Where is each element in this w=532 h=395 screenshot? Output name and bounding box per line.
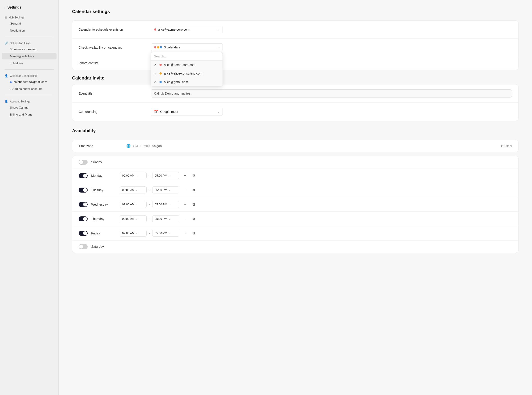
google-meet-icon: 📅 [154,110,158,114]
wednesday-row: Wednesday 09:00 AM ⌄ - 05:00 PM ⌄ + ⧉ [72,197,518,212]
tuesday-start-chevron: ⌄ [136,189,138,191]
thursday-add-button[interactable]: + [181,215,188,222]
tuesday-row: Tuesday 09:00 AM ⌄ - 05:00 PM ⌄ + ⧉ [72,183,518,197]
option-consulting[interactable]: ✓ alice@alice-consulting.com [151,69,223,78]
thursday-end-chevron: ⌄ [169,218,170,220]
conferencing-label: Conferencing [79,110,151,114]
calendar-connections-label: Calendar Connections [10,74,37,77]
sidebar-item-30min[interactable]: 30 minutes meeting [2,46,56,52]
check-gmail: ✓ [154,80,157,84]
timezone-time: 11:23am [500,144,512,148]
link-icon: 🔗 [5,41,8,45]
friday-dash: - [149,231,150,235]
calendar-icon: 👤 [5,74,8,77]
schedule-on-control: alice@acme-corp.com ⌄ [151,26,512,33]
thursday-start-chevron: ⌄ [136,218,138,220]
timezone-row: Time zone 🌐 GMT+07:00 Saigon 11:23am [72,140,518,152]
wednesday-copy-button[interactable]: ⧉ [191,201,197,208]
check-availability-row: Check availability on calendars 3 calend… [72,38,518,56]
tuesday-copy-button[interactable]: ⧉ [191,187,197,193]
tuesday-end-time[interactable]: 05:00 PM ⌄ [152,187,179,193]
wednesday-end-time[interactable]: 05:00 PM ⌄ [152,201,179,208]
monday-start-time[interactable]: 09:00 AM ⌄ [120,172,147,179]
event-title-row: Event title [72,84,518,103]
monday-label: Monday [91,174,116,177]
check-availability-dropdown[interactable]: 3 calendars ⌄ [151,44,223,51]
calendar-connections-section: 👤 Calendar Connections [0,72,58,78]
calendar-settings-title: Calendar settings [72,9,518,14]
sidebar-item-gmail[interactable]: G calhubdemo@gmail.com [2,79,56,85]
schedule-on-value: alice@acme-corp.com [158,28,189,31]
wednesday-toggle[interactable] [79,202,88,207]
conferencing-value: Google meet [160,110,178,114]
timezone-label: Time zone [79,144,124,148]
friday-add-button[interactable]: + [181,230,188,237]
availability-title: Availability [72,128,518,133]
add-link-button[interactable]: + Add link [2,60,56,66]
dot-acme [159,64,162,66]
conferencing-control: 📅 Google meet ⌄ [151,108,512,116]
timezone-city: Saigon [152,144,162,148]
back-button[interactable]: ‹ Settings [0,5,58,14]
wednesday-start-time[interactable]: 09:00 AM ⌄ [120,201,147,208]
friday-toggle[interactable] [79,231,88,236]
calendar-dropdown-menu: ✓ alice@acme-corp.com ✓ alice@alice-cons… [151,52,223,87]
saturday-toggle[interactable] [79,244,88,249]
thursday-end-time[interactable]: 05:00 PM ⌄ [152,215,179,222]
check-acme: ✓ [154,63,157,67]
sidebar-item-share[interactable]: Share Calhub [2,104,56,111]
check-availability-chevron: ⌄ [217,46,219,49]
option-consulting-label: alice@alice-consulting.com [164,72,202,75]
tuesday-label: Tuesday [91,188,116,192]
option-gmail[interactable]: ✓ alice@gmail.com [151,78,223,86]
monday-end-time[interactable]: 05:00 PM ⌄ [152,172,179,179]
wednesday-dash: - [149,203,150,206]
account-settings-label: Account Settings [10,100,30,103]
tuesday-toggle[interactable] [79,188,88,192]
ignore-conflict-label: Ignore conflict [79,61,151,65]
sidebar-item-general[interactable]: General [2,20,56,27]
thursday-label: Thursday [91,217,116,221]
sidebar-item-notification[interactable]: Notification [2,27,56,34]
sidebar-item-meeting-alice[interactable]: Meeting with Alice [2,53,56,60]
friday-start-time[interactable]: 09:00 AM ⌄ [120,230,147,237]
account-icon: 👤 [5,100,8,103]
check-availability-value: 3 calendars [164,45,180,49]
ignore-conflict-row: Ignore conflict [72,56,518,70]
monday-toggle[interactable] [79,173,88,178]
thursday-toggle[interactable] [79,216,88,221]
option-acme[interactable]: ✓ alice@acme-corp.com [151,60,223,69]
friday-end-time[interactable]: 05:00 PM ⌄ [152,230,179,237]
sunday-toggle[interactable] [79,160,88,165]
dot-blue [160,46,162,48]
schedule-on-dropdown[interactable]: alice@acme-corp.com ⌄ [151,26,223,33]
monday-add-button[interactable]: + [181,172,188,179]
scheduling-links-section: 🔗 Scheduling Links [0,40,58,46]
thursday-copy-button[interactable]: ⧉ [191,215,197,222]
add-calendar-button[interactable]: + Add calendar account [2,86,56,92]
thursday-dash: - [149,217,150,221]
event-title-input[interactable] [151,89,512,98]
divider-2 [5,69,54,70]
check-availability-control: 3 calendars ⌄ ✓ alice@acme-corp.com [151,44,512,51]
account-settings-section: 👤 Account Settings [0,98,58,104]
thursday-start-time[interactable]: 09:00 AM ⌄ [120,215,147,222]
dropdown-search-input[interactable] [154,55,219,58]
conferencing-dropdown[interactable]: 📅 Google meet ⌄ [151,108,223,116]
monday-row: Monday 09:00 AM ⌄ - 05:00 PM ⌄ + ⧉ [72,169,518,183]
main-content: Calendar settings Calendar to schedule e… [59,0,532,395]
tuesday-add-button[interactable]: + [181,187,188,193]
dropdown-search-container [151,52,223,60]
grid-icon: ⊞ [5,16,7,19]
google-icon: G [10,80,12,83]
tuesday-start-time[interactable]: 09:00 AM ⌄ [120,187,147,193]
sidebar-item-billing[interactable]: Billing and Plans [2,111,56,118]
wednesday-add-button[interactable]: + [181,201,188,208]
tuesday-dash: - [149,188,150,192]
friday-controls: 09:00 AM ⌄ - 05:00 PM ⌄ + ⧉ [120,230,197,237]
schedule-on-row: Calendar to schedule events on alice@acm… [72,21,518,38]
option-acme-label: alice@acme-corp.com [164,63,195,67]
friday-copy-button[interactable]: ⧉ [191,230,197,237]
monday-copy-button[interactable]: ⧉ [191,172,197,179]
sidebar: ‹ Settings ⊞ Hub Settings General Notifi… [0,0,59,395]
